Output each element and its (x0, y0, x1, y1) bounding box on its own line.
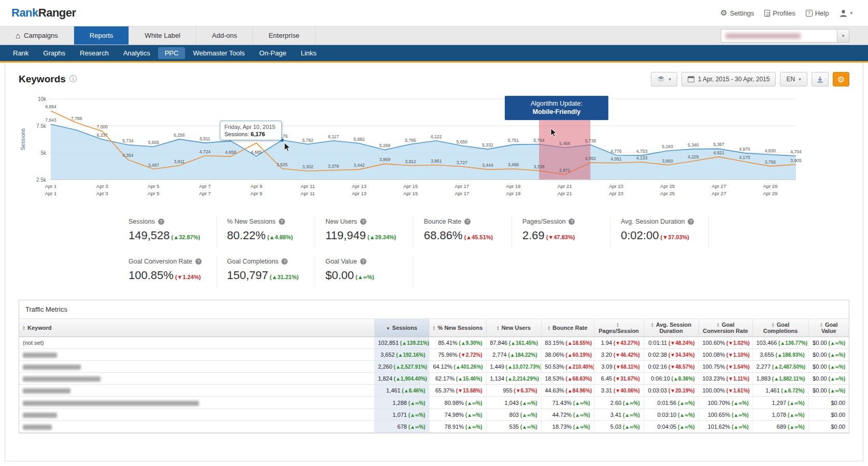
change-badge: (▲∞%) (676, 424, 694, 430)
metric-cell: 103.23% (▼1.11%) (699, 373, 752, 385)
redacted-keyword (23, 425, 52, 430)
metric-value: 2,774 (492, 352, 507, 358)
keyword-cell[interactable] (19, 409, 374, 420)
svg-text:6,117: 6,117 (328, 134, 339, 139)
nav-item-on-page[interactable]: On-Page (252, 47, 293, 59)
metric-cell: 689 (▲∞%) (752, 420, 808, 432)
column-header-keyword[interactable]: ▲▼Keyword (19, 319, 374, 337)
column-header-goal-conversion-rate[interactable]: ▲▼Goal Conversion Rate (699, 319, 752, 337)
column-header-goal-completions[interactable]: ▲▼Goal Completions (752, 319, 808, 337)
tab-campaigns[interactable]: ⌂Campaigns (0, 26, 74, 45)
metric-value: 2.60 (610, 400, 621, 406)
metric-cell: 1,449 (▲13,072.73%) (486, 361, 541, 373)
help-icon[interactable]: ? (688, 219, 694, 225)
nav-item-links[interactable]: Links (294, 47, 323, 59)
nav-item-research[interactable]: Research (73, 47, 116, 59)
help-icon[interactable]: ? (281, 258, 288, 265)
change-badge: (▲8.46%) (401, 388, 425, 394)
download-button[interactable] (812, 72, 829, 86)
help-icon[interactable]: ? (360, 258, 366, 265)
column-header-goal-value[interactable]: ▲▼Goal Value (808, 319, 849, 337)
help-icon: ? (806, 10, 813, 17)
help-icon[interactable]: ? (464, 219, 471, 225)
tooltip-metric-label: Sessions: (224, 131, 249, 137)
metric-cell: 75.96% (▼2.72%) (429, 349, 486, 361)
keyword-cell[interactable] (19, 373, 374, 385)
tab-reports[interactable]: Reports (74, 26, 130, 45)
metric-cell: 1,883 (▲1,882.11%) (752, 373, 808, 385)
account-selector[interactable]: ▾ (721, 29, 849, 42)
help-icon[interactable]: ? (279, 219, 285, 225)
tab-white-label[interactable]: White Label (129, 26, 196, 45)
table-row: 2,260 (▲2,527.91%)64.12% (▲401.26%)1,449… (19, 361, 849, 373)
change-badge: (▲∞%) (519, 400, 537, 406)
metric-cell: $0.00 (808, 420, 849, 432)
stat-value: 80.22% (▲4.88%) (227, 229, 304, 242)
keyword-cell[interactable] (19, 420, 374, 432)
svg-text:Apr 17: Apr 17 (454, 183, 469, 189)
svg-text:5,650: 5,650 (457, 139, 468, 144)
column-header-bounce-rate[interactable]: ▲▼Bounce Rate (541, 319, 594, 337)
nav-item-webmaster-tools[interactable]: Webmaster Tools (186, 47, 251, 59)
keyword-cell[interactable] (19, 397, 374, 409)
metric-value: 38.06% (545, 352, 564, 358)
svg-text:7,788: 7,788 (71, 116, 82, 121)
stat-new-sessions: % New Sessions?80.22% (▲4.88%) (217, 216, 315, 247)
topbar-help[interactable]: ?Help (806, 8, 829, 18)
home-icon: ⌂ (16, 32, 20, 39)
metric-value: 103.23% (703, 375, 725, 382)
content-card: Keywords ⓘ ▾ 1 Apr, 2015 - 30 Apr, 2015 … (5, 63, 863, 461)
help-icon[interactable]: ? (360, 219, 366, 225)
nav-item-ppc[interactable]: PPC (158, 47, 186, 59)
metric-cell: $0.00 (▲∞%) (808, 361, 849, 373)
report-settings-button[interactable]: ⚙ (833, 72, 849, 86)
chart-type-button[interactable]: ▾ (651, 72, 677, 86)
column-header-new-users[interactable]: ▲▼New Users (486, 319, 541, 337)
change-badge: (▲161.45%) (507, 340, 538, 346)
topbar-settings[interactable]: ⚙Settings (720, 8, 754, 18)
tab-enterprise[interactable]: Enterprise (253, 26, 315, 45)
help-icon[interactable]: ? (158, 219, 164, 225)
user-menu[interactable]: ▾ (839, 9, 852, 18)
change-badge: (▲9.30%) (458, 340, 482, 346)
column-header-new-sessions[interactable]: ▲▼% New Sessions (429, 319, 486, 337)
nav-item-graphs[interactable]: Graphs (36, 47, 72, 59)
brand-logo[interactable]: RankRanger (11, 6, 76, 20)
nav-item-rank[interactable]: Rank (6, 47, 35, 59)
language-button[interactable]: EN ▾ (780, 72, 807, 86)
column-header-sessions[interactable]: ▼Sessions (374, 319, 429, 337)
metric-cell: 74.98% (▲∞%) (429, 409, 486, 420)
help-icon[interactable]: ? (568, 219, 575, 225)
account-dropdown-button[interactable]: ▾ (837, 29, 849, 42)
algorithm-update-annotation[interactable]: Algorithm Update: Mobile-Friendly (505, 96, 608, 120)
metric-value: 3.31 (601, 387, 612, 394)
mouse-cursor (284, 142, 291, 152)
metric-value: 44.63% (545, 387, 564, 394)
tab-add-ons[interactable]: Add-ons (196, 26, 253, 45)
stat-change-badge: (▲39.34%) (366, 234, 396, 240)
info-icon[interactable]: ⓘ (69, 75, 77, 84)
stat-number: 119,949 (325, 229, 366, 242)
account-select-box[interactable] (721, 29, 837, 42)
metric-cell: 2,260 (▲2,527.91%) (374, 361, 429, 373)
nav-item-analytics[interactable]: Analytics (117, 47, 157, 59)
metric-value: 0:01:56 (657, 400, 676, 406)
line-chart-canvas[interactable]: 2.5k5k7.5k10k7,6436,2375,7345,5656,2565,… (19, 92, 804, 214)
topbar-profiles[interactable]: Profiles (764, 8, 795, 18)
column-header-pages-session[interactable]: ▲▼Pages/Session (594, 319, 644, 337)
keyword-cell[interactable] (19, 361, 374, 373)
keyword-cell[interactable] (19, 349, 374, 361)
stat-number: 0:02:00 (621, 229, 659, 242)
svg-text:Apr 13: Apr 13 (352, 183, 366, 189)
date-range-button[interactable]: 1 Apr, 2015 - 30 Apr, 2015 (681, 72, 776, 86)
sessions-chart[interactable]: 2.5k5k7.5k10k7,6436,2375,7345,5656,2565,… (19, 92, 849, 216)
help-icon[interactable]: ? (195, 258, 202, 265)
keyword-cell[interactable] (19, 385, 374, 397)
metric-cell: 803 (▲∞%) (486, 409, 541, 420)
change-badge: (▲18.55%) (564, 340, 592, 346)
metric-cell: $0.00 (808, 409, 849, 420)
metric-value: 102,851 (378, 340, 399, 346)
svg-text:2.5k: 2.5k (36, 177, 47, 183)
column-header-avg-session-duration[interactable]: ▲▼Avg. Session Duration (644, 319, 699, 337)
keyword-cell[interactable]: (not set) (19, 337, 374, 349)
